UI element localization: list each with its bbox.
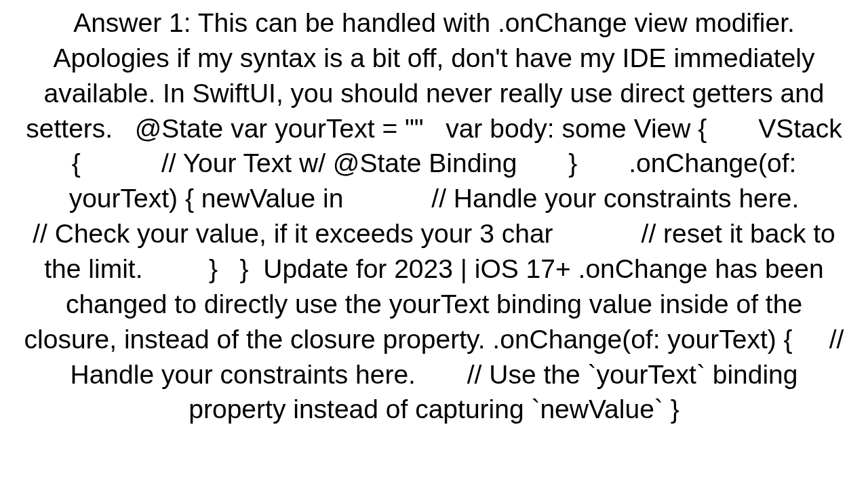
answer-text: Answer 1: This can be handled with .onCh… <box>0 0 868 488</box>
